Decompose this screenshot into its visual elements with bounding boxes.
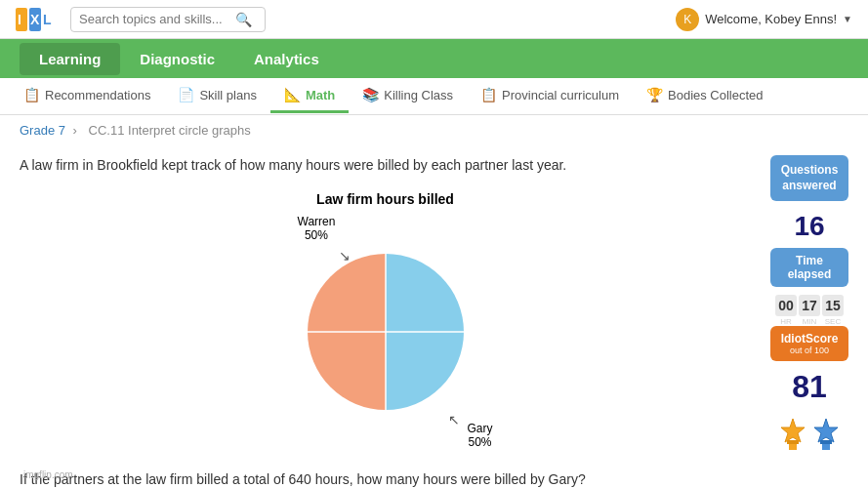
chart-title: Law firm hours billed [316,191,454,207]
breadcrumb-grade[interactable]: Grade 7 [20,123,65,138]
time-elapsed-box: Time elapsed [770,248,848,287]
time-sec-label: SEC [825,317,841,326]
subnav-provincial[interactable]: 📋 Provincial curriculum [467,79,633,113]
nav-item-analytics[interactable]: Analytics [234,43,339,75]
time-elapsed-label: Time elapsed [778,254,841,281]
chevron-down-icon[interactable]: ▼ [843,14,852,24]
svg-rect-8 [787,440,799,444]
time-min-value: 17 [799,295,820,316]
gary-arrow: ↖ [448,412,460,427]
subnav-bodies-collected[interactable]: 🏆 Bodies Collected [633,79,777,113]
time-minutes: 17 MIN [799,295,820,326]
user-greeting: Welcome, Kobey Enns! [705,12,837,26]
nav-item-learning[interactable]: Learning [20,43,120,75]
app-header: I X L 🔍 K Welcome, Kobey Enns! ▼ [0,0,868,39]
skill-plans-icon: 📄 [178,87,194,102]
idiot-score-sub: out of 100 [780,346,839,355]
main-nav: Learning Diagnostic Analytics [0,39,868,78]
time-hours: 00 HR [775,295,797,326]
blue-badge-icon [812,417,840,452]
question-content: A law firm in Brookfield kept track of h… [20,155,751,488]
svg-rect-11 [820,440,832,444]
subnav-recommendations[interactable]: 📋 Recommendations [10,79,164,113]
warren-label: Warren 50% [298,215,336,242]
breadcrumb: Grade 7 › CC.11 Interpret circle graphs [0,115,868,145]
time-seconds: 15 SEC [822,295,844,326]
subnav-skill-plans[interactable]: 📄 Skill plans [164,79,270,113]
avatar: K [676,8,699,31]
time-sec-value: 15 [822,295,844,316]
search-input[interactable] [79,12,235,26]
recommendations-icon: 📋 [23,87,40,102]
gary-label: Gary 50% [467,422,492,449]
search-icon: 🔍 [235,12,252,27]
time-digits: 00 HR 17 MIN 15 SEC [770,295,848,326]
subnav-killing-class[interactable]: 📚 Killing Class [349,79,467,113]
time-min-label: MIN [803,317,817,326]
time-hr-label: HR [780,317,792,326]
imgflip-watermark: imgflip.com [4,466,93,484]
answer-section: If the partners at the law firm billed a… [20,468,751,488]
svg-text:I: I [18,12,21,27]
svg-text:X: X [30,12,40,27]
breadcrumb-separator: › [73,123,81,138]
question-text: A law firm in Brookfield kept track of h… [20,155,751,176]
main-content: A law firm in Brookfield kept track of h… [0,145,868,488]
search-box[interactable]: 🔍 [70,7,266,32]
chart-section: Law firm hours billed Warren 50% ↘ [20,191,751,449]
svg-marker-6 [781,419,805,442]
bodies-collected-icon: 🏆 [646,87,663,102]
questions-answered-label: Questions answered [780,163,839,193]
svg-marker-9 [814,419,838,442]
breadcrumb-skill: CC.11 Interpret circle graphs [89,123,251,138]
ixl-logo: I X L [16,8,59,31]
pie-chart [298,244,474,420]
idiot-score-box: IdiotScore out of 100 [770,326,848,361]
gold-badge-icon [779,417,806,452]
idiot-score-value: 81 [770,365,848,409]
time-hr-value: 00 [775,295,797,316]
user-area: K Welcome, Kobey Enns! ▼ [676,8,852,31]
idiot-score-label: IdiotScore [780,332,839,346]
sub-nav: 📋 Recommendations 📄 Skill plans 📐 Math 📚… [0,78,868,115]
questions-answered-box: Questions answered [770,155,848,201]
badges-area [770,409,848,460]
math-icon: 📐 [284,87,301,102]
answer-question-text: If the partners at the law firm billed a… [20,468,751,488]
questions-answered-value: 16 [770,205,848,248]
pie-chart-container: Warren 50% ↘ [269,215,503,449]
nav-item-diagnostic[interactable]: Diagnostic [120,43,234,75]
svg-text:L: L [43,12,52,27]
killing-class-icon: 📚 [362,87,379,102]
subnav-math[interactable]: 📐 Math [270,79,349,113]
score-sidebar: Questions answered 16 Time elapsed 00 HR… [770,155,848,488]
provincial-icon: 📋 [480,87,497,102]
